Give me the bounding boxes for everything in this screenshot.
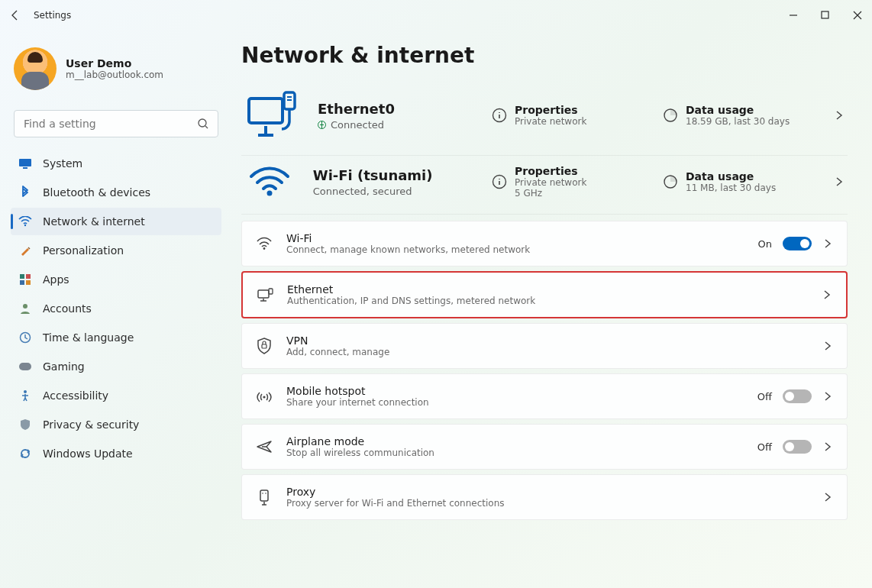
accessibility-icon xyxy=(18,389,32,402)
user-name: User Demo xyxy=(66,57,163,69)
card-title: Wi-Fi xyxy=(286,232,744,244)
connection-wifi: Wi-Fi (tsunami) Connected, secured Prope… xyxy=(241,156,848,215)
properties-button[interactable]: Properties Private network xyxy=(492,104,644,127)
card-mobile-hotspot[interactable]: Mobile hotspot Share your internet conne… xyxy=(241,373,848,419)
chevron-right-icon xyxy=(834,176,845,187)
connection-name: Wi-Fi (tsunami) xyxy=(313,167,473,183)
svg-rect-23 xyxy=(262,344,266,348)
sidebar-item-time-language[interactable]: Time & language xyxy=(11,324,221,351)
data-usage-button[interactable]: Data usage 11 MB, last 30 days xyxy=(663,170,815,193)
wifi-icon xyxy=(18,215,32,228)
update-icon xyxy=(18,447,32,460)
globe-clock-icon xyxy=(18,331,32,344)
monitor-icon xyxy=(18,157,32,170)
properties-head: Properties xyxy=(515,104,586,116)
svg-rect-21 xyxy=(258,290,269,298)
svg-rect-2 xyxy=(19,159,31,166)
user-profile[interactable]: User Demo m__lab@outlook.com xyxy=(11,43,221,102)
toggle-state: Off xyxy=(757,441,772,453)
bluetooth-icon xyxy=(18,186,32,199)
search-icon xyxy=(197,118,209,130)
card-ethernet[interactable]: Ethernet Authentication, IP and DNS sett… xyxy=(241,271,848,318)
minimize-button[interactable] xyxy=(788,10,799,21)
connection-ethernet: Ethernet0 Connected Properties Private n… xyxy=(241,82,848,156)
info-icon xyxy=(492,174,507,189)
card-sub: Connect, manage known networks, metered … xyxy=(286,244,744,255)
usage-sub: 11 MB, last 30 days xyxy=(686,183,776,193)
card-title: Ethernet xyxy=(287,283,808,296)
card-title: Mobile hotspot xyxy=(286,385,744,397)
card-airplane-mode[interactable]: Airplane mode Stop all wireless communic… xyxy=(241,424,848,470)
chevron-right-icon xyxy=(822,341,833,351)
card-wifi[interactable]: Wi-Fi Connect, manage known networks, me… xyxy=(241,221,848,267)
svg-point-26 xyxy=(262,493,263,494)
sidebar-item-accounts[interactable]: Accounts xyxy=(11,295,221,322)
sidebar-item-bluetooth[interactable]: Bluetooth & devices xyxy=(11,179,221,206)
gamepad-icon xyxy=(18,360,32,373)
person-icon xyxy=(18,302,32,315)
properties-sub: Private network 5 GHz xyxy=(515,177,586,199)
wifi-large-icon xyxy=(244,166,295,198)
nav-label: Accessibility xyxy=(43,389,108,402)
svg-rect-11 xyxy=(19,363,31,370)
card-title: VPN xyxy=(286,334,809,347)
svg-rect-3 xyxy=(23,167,27,169)
back-button[interactable] xyxy=(9,9,21,21)
svg-rect-0 xyxy=(822,11,828,18)
connected-icon xyxy=(318,121,326,129)
chevron-right-icon xyxy=(822,441,833,452)
nav-label: Time & language xyxy=(43,331,134,344)
nav-label: Windows Update xyxy=(43,447,133,460)
sidebar-item-system[interactable]: System xyxy=(11,150,221,177)
brush-icon xyxy=(18,244,32,257)
chevron-right-icon xyxy=(822,492,833,502)
ethernet-pc-icon xyxy=(244,91,299,140)
wifi-toggle[interactable] xyxy=(783,237,812,250)
airplane-icon xyxy=(256,438,273,455)
ethernet-icon xyxy=(257,286,273,303)
sidebar-item-accessibility[interactable]: Accessibility xyxy=(11,382,221,409)
properties-head: Properties xyxy=(515,165,586,177)
card-sub: Share your internet connection xyxy=(286,397,744,408)
chevron-right-icon xyxy=(822,289,832,300)
apps-icon xyxy=(18,273,32,286)
card-proxy[interactable]: Proxy Proxy server for Wi-Fi and Etherne… xyxy=(241,474,848,520)
card-vpn[interactable]: VPN Add, connect, manage xyxy=(241,323,848,369)
search-input[interactable] xyxy=(14,110,218,137)
nav-label: Gaming xyxy=(43,360,85,373)
connection-status: Connected xyxy=(331,119,384,131)
chevron-right-icon xyxy=(822,391,833,402)
sidebar: User Demo m__lab@outlook.com System Blue… xyxy=(0,31,229,588)
chevron-right-icon xyxy=(834,110,845,121)
sidebar-item-personalization[interactable]: Personalization xyxy=(11,237,221,264)
page-title: Network & internet xyxy=(241,43,848,68)
sidebar-item-network[interactable]: Network & internet xyxy=(11,208,221,235)
sidebar-item-update[interactable]: Windows Update xyxy=(11,440,221,467)
sidebar-item-privacy[interactable]: Privacy & security xyxy=(11,411,221,438)
titlebar: Settings xyxy=(0,0,872,31)
card-sub: Add, connect, manage xyxy=(286,347,809,357)
proxy-icon xyxy=(256,489,273,506)
vpn-shield-icon xyxy=(256,338,273,354)
sidebar-item-apps[interactable]: Apps xyxy=(11,266,221,293)
svg-point-27 xyxy=(265,493,266,494)
hotspot-toggle[interactable] xyxy=(783,389,812,403)
svg-rect-13 xyxy=(249,99,283,123)
maximize-button[interactable] xyxy=(820,10,831,21)
usage-head: Data usage xyxy=(686,104,790,116)
sidebar-item-gaming[interactable]: Gaming xyxy=(11,353,221,380)
data-usage-button[interactable]: Data usage 18.59 GB, last 30 days xyxy=(663,104,815,127)
connection-name: Ethernet0 xyxy=(318,101,473,117)
svg-rect-5 xyxy=(20,274,24,279)
svg-rect-25 xyxy=(260,490,268,501)
card-sub: Authentication, IP and DNS settings, met… xyxy=(287,296,808,306)
close-button[interactable] xyxy=(852,10,863,21)
airplane-toggle[interactable] xyxy=(783,440,812,454)
nav-label: Accounts xyxy=(43,302,92,315)
svg-point-17 xyxy=(266,191,272,196)
properties-button[interactable]: Properties Private network 5 GHz xyxy=(492,165,644,199)
nav-label: Personalization xyxy=(43,244,124,257)
app-title: Settings xyxy=(34,10,71,21)
user-email: m__lab@outlook.com xyxy=(66,69,163,80)
card-title: Proxy xyxy=(286,486,809,498)
